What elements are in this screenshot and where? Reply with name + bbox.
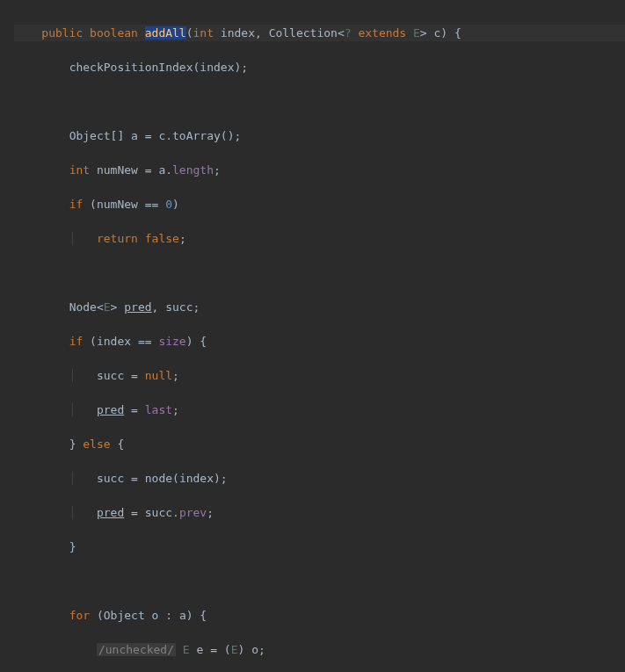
code-line: Object[] a = c.toArray(); bbox=[14, 127, 625, 145]
code-line: public boolean addAll(int index, Collect… bbox=[14, 25, 625, 42]
code-line: │ return false; bbox=[14, 230, 625, 248]
code-line: Node<E> pred, succ; bbox=[14, 299, 625, 316]
code-line: /unchecked/ E e = (E) o; bbox=[14, 641, 625, 659]
code-line: int numNew = a.length; bbox=[14, 162, 625, 179]
code-line bbox=[14, 264, 625, 282]
code-line: │ pred = succ.prev; bbox=[14, 504, 625, 522]
comment: /unchecked/ bbox=[97, 643, 176, 656]
code-line: } else { bbox=[14, 436, 625, 453]
method-name: addAll bbox=[145, 26, 186, 40]
code-line: if (index == size) { bbox=[14, 333, 625, 350]
code-line: } bbox=[14, 538, 625, 556]
code-line bbox=[14, 573, 625, 590]
code-line: │ succ = null; bbox=[14, 367, 625, 385]
code-line: checkPositionIndex(index); bbox=[14, 59, 625, 76]
code-line: if (numNew == 0) bbox=[14, 196, 625, 213]
code-line: for (Object o : a) { bbox=[14, 607, 625, 625]
code-editor[interactable]: public boolean addAll(int index, Collect… bbox=[0, 0, 625, 672]
code-line: │ pred = last; bbox=[14, 401, 625, 419]
code-line: │ succ = node(index); bbox=[14, 470, 625, 488]
code-line bbox=[14, 93, 625, 111]
